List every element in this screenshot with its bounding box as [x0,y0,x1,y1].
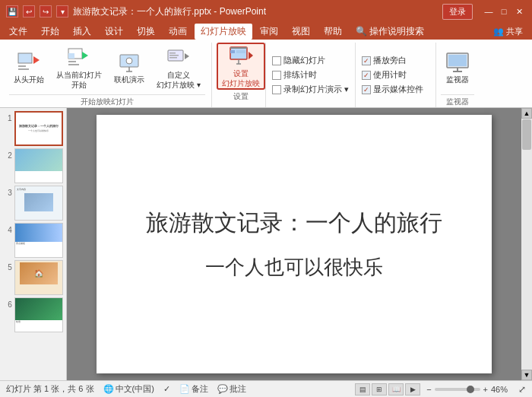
rehearse-checkbox[interactable]: 排练计时 [272,69,349,81]
use-timing-checkbox[interactable]: ✓ 使用计时 [362,69,423,81]
start-show-buttons: 从头开始 从当前幻灯片开始 [9,43,205,93]
zoom-slider[interactable] [435,388,480,391]
setup-show-button[interactable]: 设置幻灯片放映 [217,43,265,90]
menu-help[interactable]: 帮助 [318,24,348,40]
slide-main-subtitle: 一个人也可以很快乐 [205,254,383,281]
ribbon-group-settings: 设置幻灯片放映 设置 隐藏幻灯片 排练计时 录制幻灯片演示 ▾ [214,43,436,107]
slide-count-info: 幻灯片 第 1 张，共 6 张 [6,383,94,395]
hide-slide-label: 隐藏幻灯片 [283,55,325,66]
menu-insert[interactable]: 插入 [67,24,97,40]
ribbon-content: 从头开始 从当前幻灯片开始 [0,40,532,110]
svg-rect-17 [169,57,177,59]
more-icon[interactable]: ▾ [56,5,68,17]
record-check-box[interactable] [272,85,281,94]
menu-view[interactable]: 视图 [286,24,316,40]
title-bar: 💾 ↩ ↪ ▾ 旅游散文记录：一个人的旅行.pptx - PowerPoint … [0,0,532,23]
accessibility-icon[interactable]: ✓ [163,384,170,394]
scroll-up-button[interactable]: ▲ [521,108,532,119]
zoom-in-button[interactable]: + [483,385,488,394]
slide-image-6[interactable]: 结语 [14,297,63,332]
online-present-button[interactable]: 联机演示 [109,47,149,88]
from-start-button[interactable]: 从头开始 [9,47,49,88]
notes-icon: 📄 [179,384,190,394]
slideshow-button[interactable]: ▶ [405,383,420,395]
save-icon[interactable]: 💾 [6,5,18,17]
slide-image-2[interactable] [14,148,63,183]
svg-rect-8 [68,64,79,65]
hide-slide-checkbox[interactable]: 隐藏幻灯片 [272,55,349,66]
hide-slide-check-box[interactable] [272,56,281,65]
menu-file[interactable]: 文件 [3,24,33,40]
slide-num-1: 1 [3,111,12,122]
zoom-out-button[interactable]: − [426,385,431,394]
play-narr-label: 播放旁白 [373,55,407,66]
zoom-slider-thumb[interactable] [467,386,474,393]
slide-thumb-5: 5 🏠 [3,260,63,295]
menu-design[interactable]: 设计 [99,24,129,40]
undo-icon[interactable]: ↩ [23,5,35,17]
svg-rect-0 [18,53,32,63]
slide-panel: 1 旅游散文记录：一个人的旅行 一个人也可以很快乐 2 3 [0,108,67,380]
view-buttons: ▤ ⊞ 📖 ▶ [355,383,420,395]
play-narr-checkbox[interactable]: ✓ 播放旁白 [362,55,423,66]
svg-rect-16 [169,55,179,56]
scroll-thumb[interactable] [522,119,531,150]
menu-transitions[interactable]: 切换 [131,24,161,40]
menu-home[interactable]: 开始 [35,24,65,40]
comments-button[interactable]: 💬 批注 [217,383,246,395]
slide-image-5[interactable]: 🏠 [14,260,63,295]
vertical-scrollbar: ▲ ▼ [521,108,532,380]
minimize-button[interactable]: — [482,5,496,18]
slide-num-6: 6 [3,297,12,309]
redo-icon[interactable]: ↪ [40,5,52,17]
slide-thumb-2: 2 [3,148,63,183]
slide-image-4[interactable]: 景点描述 [14,223,63,258]
custom-play-button[interactable]: 自定义幻灯片放映 ▾ [152,43,205,93]
close-button[interactable]: ✕ [512,5,526,18]
share-icon: 👥 [493,27,504,37]
zoom-level[interactable]: 46% [491,385,512,394]
slide-num-3: 3 [3,186,12,197]
menu-review[interactable]: 审阅 [254,24,284,40]
slide-thumb-4: 4 景点描述 [3,223,63,258]
ribbon: 从头开始 从当前幻灯片开始 [0,40,532,108]
menu-search[interactable]: 🔍 操作说明搜索 [350,24,430,40]
show-media-check-box[interactable]: ✓ [362,85,371,94]
reading-view-button[interactable]: 📖 [388,383,404,395]
from-current-button[interactable]: 从当前幻灯片开始 [52,43,106,93]
setup-show-label: 设置幻灯片放映 [222,68,260,88]
scroll-down-button[interactable]: ▼ [521,370,532,380]
scroll-track[interactable] [521,119,532,370]
fit-to-window-button[interactable]: ⤢ [518,384,526,395]
slide-image-1[interactable]: 旅游散文记录：一个人的旅行 一个人也可以很快乐 [14,111,63,146]
menu-animations[interactable]: 动画 [163,24,193,40]
svg-rect-23 [230,50,235,53]
status-left: 幻灯片 第 1 张，共 6 张 🌐 中文(中国) ✓ 📄 备注 💬 批注 [6,383,346,395]
window-controls: — □ ✕ [482,5,526,18]
show-media-checkbox[interactable]: ✓ 显示媒体控件 [362,84,423,95]
slide-thumb-1: 1 旅游散文记录：一个人的旅行 一个人也可以很快乐 [3,111,63,146]
status-right: ▤ ⊞ 📖 ▶ − + 46% ⤢ [355,383,526,395]
login-button[interactable]: 登录 [442,4,473,20]
maximize-button[interactable]: □ [497,5,511,18]
custom-play-label: 自定义幻灯片放映 ▾ [157,70,201,90]
normal-view-button[interactable]: ▤ [355,383,370,395]
monitor-group-label: 监视器 [441,94,474,107]
use-timing-check-box[interactable]: ✓ [362,71,371,80]
svg-point-10 [126,58,132,64]
share-button[interactable]: 👥 共享 [487,24,529,39]
play-from-start-icon [17,50,41,75]
notes-button[interactable]: 📄 备注 [179,383,208,395]
menu-slideshow[interactable]: 幻灯片放映 [195,24,252,40]
rehearse-check-box[interactable] [272,71,281,80]
svg-rect-24 [236,50,245,53]
play-narr-check-box[interactable]: ✓ [362,56,371,65]
svg-marker-20 [249,52,253,59]
slide-sorter-button[interactable]: ⊞ [372,383,387,395]
from-start-label: 从头开始 [14,75,44,85]
search-icon: 🔍 [356,26,367,37]
slide-image-3[interactable]: 文字内容 [14,186,63,221]
record-checkbox[interactable]: 录制幻灯片演示 ▾ [272,84,349,95]
ribbon-group-monitor: 监视器 监视器 [438,43,480,107]
monitor-button[interactable]: 监视器 [441,47,474,88]
